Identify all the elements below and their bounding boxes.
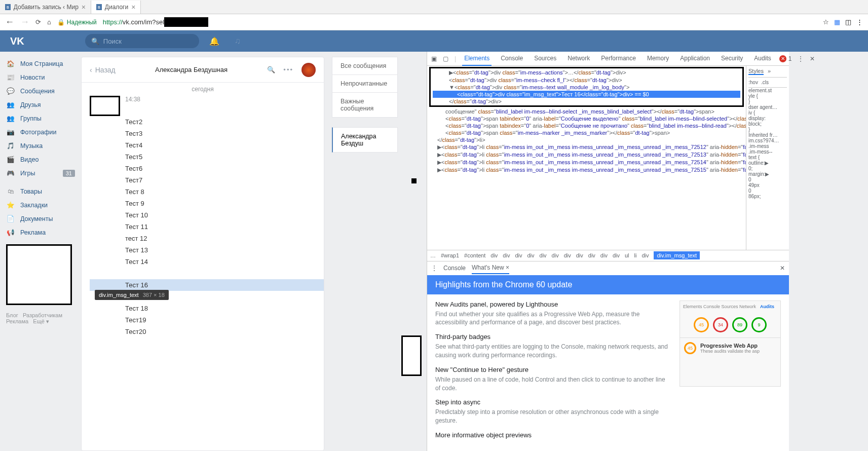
styles-panel[interactable]: Styles » :hov .cls element.style {}dser … [746,66,789,250]
close-icon[interactable]: × [131,3,135,11]
element-node[interactable]: </class="dt-tag">div> [433,98,740,105]
element-node[interactable]: <class="dt-tag">div class="im_msg_text">… [433,91,740,98]
avatar[interactable] [301,63,316,77]
search-input[interactable]: 🔍 Поиск [85,34,199,48]
message[interactable]: Тест 13 [125,244,316,256]
element-node[interactable]: <class="dt-tag">span tabindex="0" aria-l… [429,122,744,129]
crumb[interactable]: div [540,252,547,258]
devtools-tab[interactable]: Security [719,52,745,66]
message[interactable]: Тест 18 [125,303,316,314]
crumb[interactable]: div [613,252,620,258]
crumb[interactable]: div [600,252,608,258]
element-node[interactable]: </class="dt-tag">li> [429,136,744,143]
nav-item[interactable]: 🎵Музыка [0,139,81,153]
element-node[interactable]: ▶<class="dt-tag">li class="im-mess im_ou… [429,166,744,174]
message[interactable]: Тест7 [125,174,316,186]
devtools-tab[interactable]: Sources [532,52,558,66]
extension-icon[interactable]: ▦ [834,18,840,26]
devtools-tab[interactable]: Application [678,52,712,66]
devtools-tab[interactable]: Elements [462,52,492,66]
nav-item[interactable]: ⭐Закладки [0,198,81,212]
crumb[interactable]: div [588,252,595,258]
nav-item[interactable]: 👥Друзья [0,98,81,111]
chat-title[interactable]: Александра Бездушная [155,66,228,73]
elements-tree[interactable]: ▶<class="dt-tag">div class="im-mess--act… [427,66,746,250]
close-icon[interactable]: × [82,3,86,11]
error-badge[interactable]: ✕ [779,55,786,62]
devtools-tab[interactable]: Memory [645,52,671,66]
star-icon[interactable]: ☆ [823,18,829,26]
element-node[interactable]: ▼<class="dt-tag">div class="im-mess--tex… [433,84,740,91]
nav-item[interactable]: 📄Документы [0,212,81,225]
url-display[interactable]: https://vk.com/im?selx [103,18,208,26]
conversation-active[interactable]: Александра Бездуш [332,127,398,153]
devtools-tab[interactable]: Network [565,52,592,66]
forward-icon[interactable]: → [20,17,29,27]
search-icon[interactable]: 🔍 [267,66,275,73]
nav-item[interactable]: 📷Фотографии [0,125,81,139]
crumb[interactable]: div [564,252,571,258]
crumb[interactable]: #wrap1 [441,252,459,258]
crumb[interactable]: div [552,252,559,258]
element-node[interactable]: <class="dt-tag">div class="im-mess--chec… [433,77,740,84]
crumb[interactable]: #content [464,252,485,258]
filter-item[interactable]: Все сообщения [332,57,398,75]
nav-item[interactable]: 💬Сообщения [0,84,81,98]
menu-icon[interactable]: ⋮ [856,18,863,26]
browser-tab-active[interactable]: в Диалоги × [91,1,141,14]
message[interactable]: тест 12 [125,233,316,244]
message[interactable]: Тест 14 [125,256,316,268]
crumb[interactable]: div [515,252,522,258]
crumb[interactable]: div [490,252,498,258]
nav-item[interactable]: 🎬Видео [0,153,81,166]
message[interactable]: Тест 8 [125,186,316,198]
element-node[interactable]: ▶<class="dt-tag">li class="im-mess im_ou… [429,159,744,166]
menu-icon[interactable]: ⋮ [798,55,804,62]
close-icon[interactable]: ✕ [780,265,785,272]
crumb[interactable]: div [576,252,583,258]
filter-item[interactable]: Непрочитанные [332,74,398,93]
message[interactable]: Тест 10 [125,209,316,221]
message[interactable]: Тест2 [125,116,316,128]
message[interactable]: Тест 11 [125,221,316,233]
devtools-tab[interactable]: Audits [752,52,773,66]
devtools-tab[interactable]: Console [499,52,525,66]
music-icon[interactable]: ♫ [235,36,241,46]
message[interactable] [125,268,316,279]
message[interactable]: Тест20 [125,326,316,337]
element-node[interactable]: сообщение" class="blind_label im-mess--b… [429,108,744,115]
element-node[interactable]: <class="dt-tag">span tabindex="0" aria-l… [429,115,744,122]
extension-icon[interactable]: ◫ [845,18,851,26]
crumb[interactable]: div [641,252,649,258]
back-button[interactable]: ‹ Назад [90,66,116,74]
message[interactable]: Тест6 [125,163,316,174]
element-node[interactable]: ▶<class="dt-tag">li class="im-mess im_ou… [429,151,744,159]
device-icon[interactable]: ▢ [443,55,448,62]
message[interactable]: Тест 9 [125,198,316,209]
back-icon[interactable]: ← [5,17,14,27]
nav-item[interactable]: 🏠Моя Страница [0,57,81,70]
browser-tab[interactable]: в Добавить запись ‹ Мир × [0,1,91,14]
message[interactable]: Тест3 [125,128,316,139]
crumb[interactable]: div [527,252,534,258]
reload-icon[interactable]: ⟳ [35,18,41,26]
close-icon[interactable]: ✕ [810,55,815,62]
nav-item[interactable]: 👥Группы [0,111,81,125]
element-node[interactable]: ▶<class="dt-tag">li class="im-mess im_ou… [429,143,744,151]
message[interactable]: Тест 16 [90,279,324,291]
vk-logo[interactable]: VK [10,35,24,47]
message[interactable]: Тест5 [125,151,316,163]
breadcrumb[interactable]: …#wrap1#contentdivdivdivdivdivdivdivdivd… [427,250,789,261]
notifications-icon[interactable]: 🔔 [209,36,219,46]
nav-item[interactable]: 📢Реклама [0,225,81,239]
crumb[interactable]: li [634,252,637,258]
message[interactable]: Тест19 [125,314,316,326]
menu-icon[interactable]: ⋮ [431,265,437,272]
home-icon[interactable]: ⌂ [47,18,51,26]
message[interactable]: Тест4 [125,139,316,151]
more-icon[interactable]: ••• [283,66,293,73]
crumb[interactable]: ul [625,252,629,258]
crumb[interactable]: … [430,252,436,258]
nav-item[interactable]: 📰Новости [0,70,81,84]
nav-item[interactable]: 🎮Игры31 [0,166,81,180]
